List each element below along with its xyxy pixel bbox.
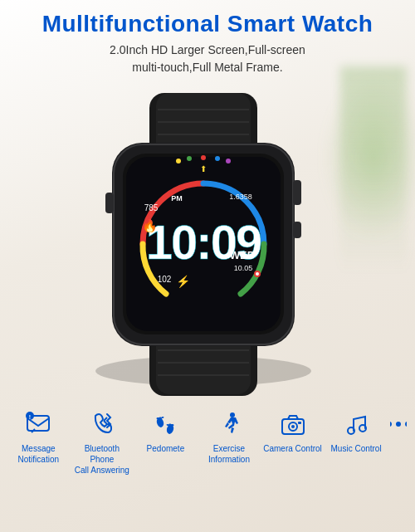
svg-text:🔥: 🔥 — [142, 218, 158, 233]
more-icon — [390, 408, 407, 440]
sub-title: 2.0Inch HD Larger Screen,Full-screenmult… — [0, 41, 415, 76]
bluetooth-icon — [86, 408, 118, 440]
svg-text:102: 102 — [158, 275, 172, 284]
svg-text:WED: WED — [230, 249, 255, 261]
feature-pedometer: Pedomete — [135, 408, 195, 454]
feature-bluetooth: Bluetooth PhoneCall Answering — [72, 408, 132, 476]
svg-point-24 — [226, 159, 231, 164]
svg-rect-55 — [298, 422, 301, 424]
svg-point-21 — [187, 156, 192, 161]
feature-music-label: Music Control — [331, 443, 382, 454]
feature-bluetooth-label: Bluetooth PhoneCall Answering — [72, 443, 132, 476]
camera-icon — [277, 408, 309, 440]
feature-music: Music Control — [326, 408, 386, 454]
watch-container: 10:09 10:09 PM 785 1.6358 WED 10.05 102 … — [0, 85, 415, 400]
svg-point-60 — [405, 422, 407, 427]
watch-image: 10:09 10:09 PM 785 1.6358 WED 10.05 102 … — [42, 85, 374, 400]
feature-more — [390, 408, 407, 443]
svg-rect-15 — [293, 180, 301, 205]
main-title: Mulltifunctional Smart Watch — [0, 10, 415, 38]
svg-text:10.05: 10.05 — [234, 264, 253, 272]
header: Mulltifunctional Smart Watch 2.0Inch HD … — [0, 0, 415, 76]
message-icon: ! — [22, 408, 54, 440]
svg-point-23 — [215, 156, 220, 161]
feature-exercise: ExerciseInformation — [199, 408, 259, 465]
svg-point-54 — [291, 425, 295, 428]
feature-camera-label: Camera Control — [263, 443, 322, 454]
svg-text:1.6358: 1.6358 — [229, 193, 252, 201]
feature-message: ! MessageNotification — [8, 408, 68, 465]
svg-point-36 — [256, 272, 259, 276]
feature-camera: Camera Control — [263, 408, 323, 454]
svg-text:PM: PM — [171, 194, 183, 203]
svg-text:⚡: ⚡ — [176, 275, 191, 289]
svg-point-51 — [230, 412, 235, 417]
svg-point-59 — [396, 422, 401, 427]
svg-text:!: ! — [29, 413, 31, 419]
feature-exercise-label: ExerciseInformation — [208, 443, 250, 465]
feature-pedometer-label: Pedomete — [147, 443, 185, 454]
feature-message-label: MessageNotification — [18, 443, 59, 465]
exercise-icon — [213, 408, 245, 440]
svg-rect-16 — [293, 222, 301, 238]
svg-text:⬆: ⬆ — [200, 164, 207, 173]
svg-rect-17 — [105, 193, 114, 213]
svg-point-58 — [390, 422, 392, 427]
music-icon — [340, 408, 372, 440]
svg-point-20 — [176, 159, 181, 164]
svg-text:785: 785 — [144, 203, 159, 212]
pedometer-icon — [149, 408, 181, 440]
svg-point-22 — [201, 155, 206, 160]
features-bar: ! MessageNotification Bluetooth PhoneCal… — [0, 400, 415, 476]
